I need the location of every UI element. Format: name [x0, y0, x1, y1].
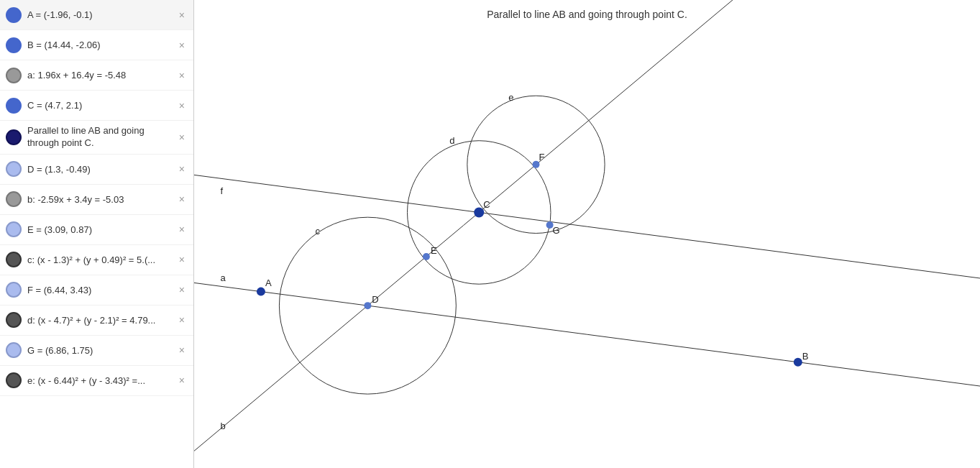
sidebar-item-G[interactable]: G = (6.86, 1.75)×: [0, 336, 193, 366]
item-dot-C: [6, 98, 22, 114]
canvas-area: Parallel to line AB and going through po…: [194, 0, 980, 468]
item-dot-D: [6, 161, 22, 177]
sidebar-item-F[interactable]: F = (6.44, 3.43)×: [0, 275, 193, 306]
sidebar-item-a[interactable]: a: 1.96x + 16.4y = -5.48×: [0, 60, 193, 91]
item-dot-E: [6, 221, 22, 237]
sidebar-item-E[interactable]: E = (3.09, 0.87)×: [0, 215, 193, 245]
close-btn-A[interactable]: ×: [176, 8, 188, 22]
close-btn-parallel[interactable]: ×: [176, 130, 188, 144]
item-text-c: c: (x - 1.3)² + (y + 0.49)² = 5.(...: [27, 254, 173, 265]
item-dot-G: [6, 342, 22, 358]
sidebar-item-e[interactable]: e: (x - 6.44)² + (y - 3.43)² =...×: [0, 366, 193, 396]
close-btn-E[interactable]: ×: [176, 222, 188, 237]
item-text-b: b: -2.59x + 3.4y = -5.03: [27, 194, 173, 205]
sidebar-item-parallel[interactable]: Parallel to line AB and going through po…: [0, 121, 193, 155]
item-dot-d: [6, 312, 22, 328]
close-btn-c[interactable]: ×: [176, 252, 188, 267]
item-dot-a: [6, 68, 22, 83]
item-text-F: F = (6.44, 3.43): [27, 285, 173, 295]
item-text-C: C = (4.7, 2.1): [27, 100, 173, 111]
sidebar-item-A[interactable]: A = (-1.96, -0.1)×: [0, 0, 193, 30]
close-btn-e[interactable]: ×: [176, 373, 188, 387]
close-btn-b[interactable]: ×: [176, 192, 188, 206]
sidebar-item-c[interactable]: c: (x - 1.3)² + (y + 0.49)² = 5.(...×: [0, 245, 193, 275]
item-text-A: A = (-1.96, -0.1): [27, 9, 173, 20]
item-dot-A: [6, 7, 22, 23]
item-text-G: G = (6.86, 1.75): [27, 345, 173, 356]
item-dot-F: [6, 282, 22, 298]
sidebar-item-D[interactable]: D = (1.3, -0.49)×: [0, 155, 193, 185]
close-btn-a[interactable]: ×: [176, 68, 188, 83]
sidebar-item-d[interactable]: d: (x - 4.7)² + (y - 2.1)² = 4.79...×: [0, 306, 193, 336]
item-text-e: e: (x - 6.44)² + (y - 3.43)² =...: [27, 375, 173, 386]
close-btn-D[interactable]: ×: [176, 162, 188, 176]
sidebar: A = (-1.96, -0.1)×B = (14.44, -2.06)×a: …: [0, 0, 194, 468]
item-dot-b: [6, 191, 22, 207]
sidebar-item-B[interactable]: B = (14.44, -2.06)×: [0, 30, 193, 60]
item-dot-B: [6, 37, 22, 53]
item-dot-parallel: [6, 129, 22, 145]
item-text-D: D = (1.3, -0.49): [27, 164, 173, 175]
close-btn-F[interactable]: ×: [176, 283, 188, 297]
item-dot-c: [6, 252, 22, 267]
item-text-d: d: (x - 4.7)² + (y - 2.1)² = 4.79...: [27, 315, 173, 326]
item-text-a: a: 1.96x + 16.4y = -5.48: [27, 70, 173, 81]
item-dot-e: [6, 372, 22, 388]
close-btn-B[interactable]: ×: [176, 38, 188, 52]
sidebar-item-b[interactable]: b: -2.59x + 3.4y = -5.03×: [0, 185, 193, 215]
geometry-canvas: [194, 0, 980, 468]
item-text-parallel: Parallel to line AB and going through po…: [27, 125, 173, 150]
sidebar-item-C[interactable]: C = (4.7, 2.1)×: [0, 91, 193, 121]
item-text-E: E = (3.09, 0.87): [27, 224, 173, 235]
close-btn-d[interactable]: ×: [176, 313, 188, 327]
item-text-B: B = (14.44, -2.06): [27, 40, 173, 50]
close-btn-G[interactable]: ×: [176, 343, 188, 357]
close-btn-C[interactable]: ×: [176, 98, 188, 113]
